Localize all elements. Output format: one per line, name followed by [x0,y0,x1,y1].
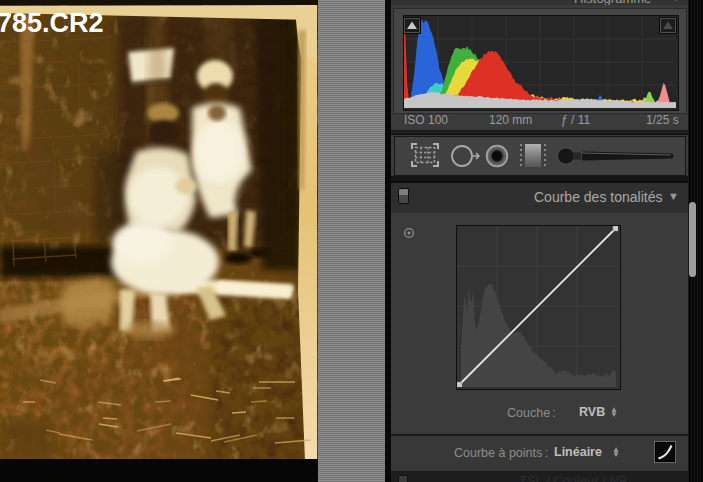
svg-text:785.CR2: 785.CR2 [0,8,104,38]
